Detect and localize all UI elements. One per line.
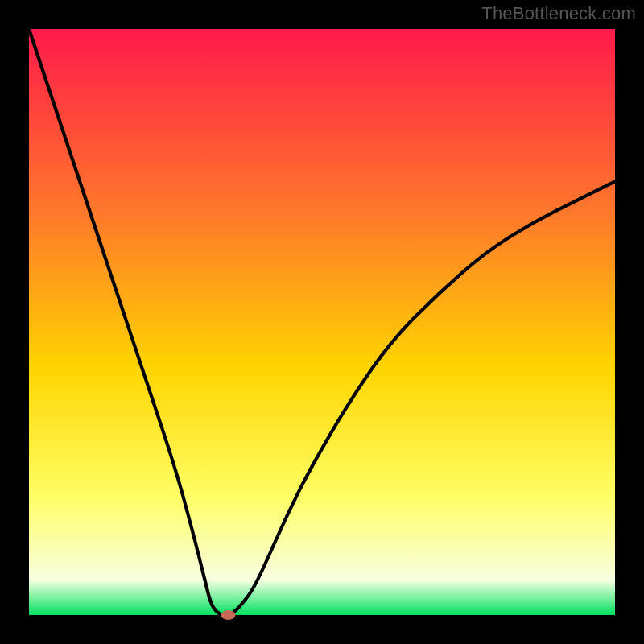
plot-background <box>29 29 615 615</box>
bottleneck-plot <box>0 0 644 644</box>
chart-frame: TheBottleneck.com <box>0 0 644 644</box>
attribution-watermark: TheBottleneck.com <box>481 3 636 24</box>
optimum-marker <box>221 610 236 620</box>
